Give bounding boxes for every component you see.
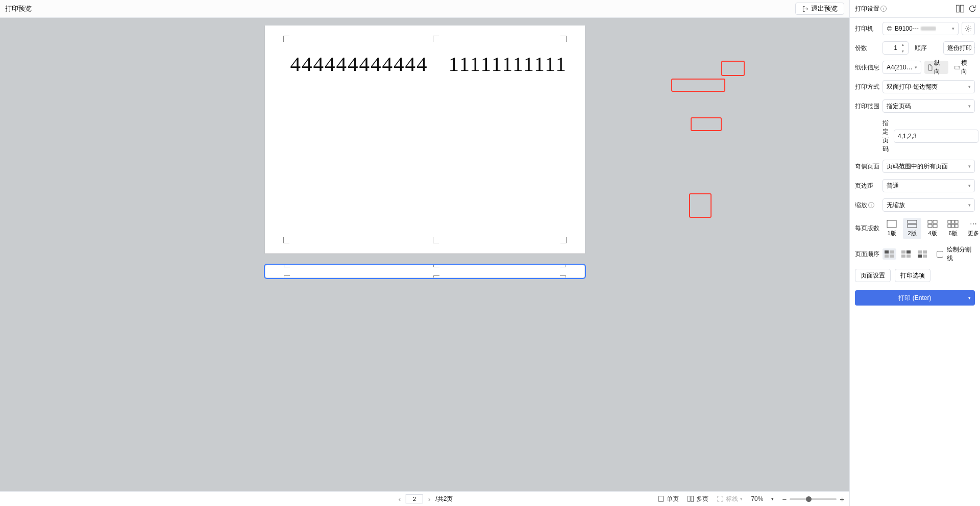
svg-rect-17 <box>951 220 954 223</box>
svg-rect-6 <box>889 27 891 28</box>
svg-rect-33 <box>923 255 927 258</box>
print-button-label: 打印 (Enter) <box>898 294 931 302</box>
exit-preview-label: 退出预览 <box>811 4 838 13</box>
print-options-button[interactable]: 打印选项 <box>895 269 930 282</box>
page-navigation: ‹ › /共2页 <box>397 494 453 503</box>
next-page-button[interactable]: › <box>426 495 432 503</box>
page-order-opt3[interactable] <box>916 248 929 260</box>
svg-rect-10 <box>908 220 917 223</box>
zoom-in-button[interactable]: + <box>840 495 844 503</box>
preview-sheet-2[interactable]: 222222222222 333333333333 <box>265 265 585 278</box>
scale-label: 缩放 <box>855 201 867 210</box>
page-number-input[interactable] <box>406 494 423 503</box>
svg-rect-19 <box>948 224 951 227</box>
print-range-select[interactable]: 指定页码▾ <box>883 99 975 113</box>
scale-select[interactable]: 无缩放▾ <box>883 198 975 212</box>
sheet1-col1: 444444444444 <box>290 50 428 78</box>
nup-1-button[interactable]: 1版 <box>883 218 901 239</box>
total-pages-label: /共2页 <box>435 495 453 503</box>
parity-value: 页码范围中的所有页面 <box>887 162 948 171</box>
exit-icon <box>802 6 808 12</box>
draw-divider-label: 绘制分割线 <box>947 245 975 263</box>
panel-layout-icon[interactable] <box>955 4 965 13</box>
sidebar-title: 打印设置 <box>855 5 879 13</box>
zoom-percent-label: 70% <box>751 495 763 502</box>
copies-stepper[interactable]: 1 ▲▼ <box>883 41 909 55</box>
view-multi-button[interactable]: 多页 <box>687 495 708 503</box>
svg-rect-24 <box>885 255 889 258</box>
info-icon[interactable]: i <box>868 202 874 208</box>
page-title: 打印预览 <box>5 4 32 13</box>
collate-label: 顺序 <box>915 44 939 53</box>
orientation-landscape-button[interactable]: 横向 <box>951 61 975 74</box>
preview-canvas[interactable]: 444444444444 11111111111 222222222222 33… <box>0 18 849 491</box>
extra-buttons-row: 页面设置 打印选项 <box>855 269 975 282</box>
collate-select[interactable]: 逐份打印▾ <box>943 41 975 55</box>
orientation-landscape-label: 横向 <box>961 59 972 76</box>
draw-divider-input[interactable] <box>937 251 943 258</box>
print-settings-sidebar: 打印设置 i 打印机 B9100--- <box>849 0 980 506</box>
page-order-opt2[interactable] <box>899 248 913 260</box>
parity-row: 奇偶页面 页码范围中的所有页面▾ <box>855 160 975 173</box>
nup-6-icon <box>947 220 959 228</box>
orientation-portrait-label: 纵向 <box>934 59 945 76</box>
footer: ‹ › /共2页 单页 多页 标线 ▾ 70% ▾ − <box>0 491 849 506</box>
chevron-down-icon: ▾ <box>968 295 971 300</box>
zoom-dropdown[interactable]: ▾ <box>771 496 774 501</box>
zoom-slider[interactable]: − + <box>782 495 844 503</box>
nup-more-button[interactable]: ⋯ 更多 <box>964 218 980 239</box>
margins-value: 普通 <box>887 182 899 190</box>
draw-divider-checkbox[interactable]: 绘制分割线 <box>935 245 975 263</box>
svg-rect-22 <box>885 250 889 254</box>
prev-page-button[interactable]: ‹ <box>397 495 403 503</box>
duplex-select[interactable]: 双面打印-短边翻页▾ <box>883 80 975 93</box>
paper-size-select[interactable]: A4(210mm ...▾ <box>883 61 921 74</box>
info-icon[interactable]: i <box>880 6 887 12</box>
parity-select[interactable]: 页码范围中的所有页面▾ <box>883 160 975 173</box>
printer-select[interactable]: B9100--- ▾ <box>883 22 959 35</box>
svg-rect-21 <box>955 224 958 227</box>
printer-row: 打印机 B9100--- ▾ <box>855 22 975 35</box>
order-icon-2 <box>901 250 911 258</box>
page-order-opt1[interactable] <box>883 248 896 260</box>
marks-icon <box>717 495 724 502</box>
paper-label: 纸张信息 <box>855 63 879 72</box>
nup-2-button[interactable]: 2版 <box>903 218 921 239</box>
print-range-row: 打印范围 指定页码▾ <box>855 99 975 113</box>
topbar: 打印预览 退出预览 <box>0 0 849 18</box>
margins-select[interactable]: 普通▾ <box>883 179 975 192</box>
specified-pages-input[interactable] <box>894 130 978 143</box>
orientation-portrait-button[interactable]: 纵向 <box>924 61 948 74</box>
nup-4-icon <box>927 220 938 228</box>
nup-4-button[interactable]: 4版 <box>923 218 942 239</box>
view-single-label: 单页 <box>667 495 679 503</box>
svg-rect-13 <box>933 220 937 223</box>
svg-rect-11 <box>908 224 917 227</box>
svg-rect-16 <box>948 220 951 223</box>
zoom-out-button[interactable]: − <box>782 495 787 503</box>
margins-row: 页边距 普通▾ <box>855 179 975 192</box>
parity-label: 奇偶页面 <box>855 162 879 171</box>
duplex-label: 打印方式 <box>855 83 879 91</box>
exit-preview-button[interactable]: 退出预览 <box>795 3 844 15</box>
print-button[interactable]: 打印 (Enter) ▾ <box>855 290 975 306</box>
marks-toggle[interactable]: 标线 ▾ <box>717 495 743 503</box>
portrait-icon <box>927 64 933 71</box>
svg-rect-0 <box>659 496 664 502</box>
nup-1-icon <box>886 220 897 228</box>
printer-value: B9100--- <box>895 25 919 32</box>
specified-pages-label: 指定页码 <box>883 119 889 154</box>
margins-label: 页边距 <box>855 182 879 190</box>
reset-icon[interactable] <box>968 4 977 13</box>
nup-row: 每页版数 1版 2版 4版 <box>855 218 975 239</box>
duplex-value: 双面打印-短边翻页 <box>887 83 938 91</box>
preview-sheet-1[interactable]: 444444444444 11111111111 <box>265 26 585 254</box>
svg-rect-2 <box>691 496 694 502</box>
view-single-button[interactable]: 单页 <box>657 495 679 503</box>
svg-rect-3 <box>957 5 960 12</box>
page-setup-button[interactable]: 页面设置 <box>855 269 891 282</box>
nup-6-button[interactable]: 6版 <box>944 218 962 239</box>
print-range-value: 指定页码 <box>887 102 911 111</box>
scale-row: 缩放 i 无缩放▾ <box>855 198 975 212</box>
printer-settings-button[interactable] <box>962 22 975 35</box>
